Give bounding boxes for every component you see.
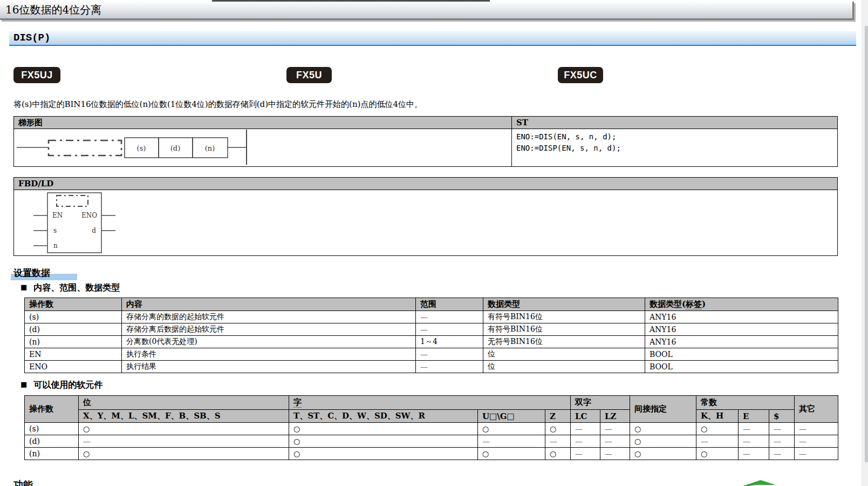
t1-row-d: (d) 存储分离后数据的起始软元件 — 有符号BIN16位 ANY16 xyxy=(25,323,838,336)
t2-header-word-label: 字 xyxy=(293,397,302,408)
t2-cell: (n) xyxy=(25,448,79,460)
square-bullet-icon: ■ xyxy=(20,283,27,291)
t1-cell: 1～4 xyxy=(416,336,483,348)
t2-cell: (s) xyxy=(25,423,79,435)
t2-cell: — xyxy=(571,435,600,448)
t2-cell: — xyxy=(478,435,545,448)
ladder-header-cell: 梯形图 xyxy=(14,117,512,129)
t2-cell: ○ xyxy=(630,448,696,460)
t2-cell: ○ xyxy=(630,423,696,435)
t1-cell: ENO xyxy=(25,361,122,373)
ladder-diagram-cell: (s) (d) (n) xyxy=(14,129,512,167)
instruction-name: DIS(P) xyxy=(9,31,856,45)
t1-header-dtype: 数据类型 xyxy=(483,298,645,311)
t2-cell: — xyxy=(696,435,739,448)
t1-header-dlabel-prefix: 数据类型( xyxy=(650,299,686,309)
t2-cell: — xyxy=(769,435,795,448)
t2-cell: ○ xyxy=(79,423,289,435)
fbd-pin-n: n xyxy=(53,242,58,249)
t2-row-s: (s) ○ ○ ○ ○ — — ○ ○ — — — xyxy=(25,423,838,435)
t2-cell: ○ xyxy=(478,448,545,460)
t2-cell: ○ xyxy=(630,435,696,448)
model-badge-fx5uj: FX5UJ xyxy=(13,67,60,83)
t2-subheader-lc: LC xyxy=(571,410,600,423)
t1-cell: (n) xyxy=(25,336,122,348)
page-title: 16位数据的4位分离 xyxy=(0,2,852,18)
fbd-pin-eno: ENO xyxy=(81,212,97,219)
next-section-title: 功能 xyxy=(13,478,33,486)
t1-cell: ANY16 xyxy=(645,323,838,336)
t1-header-dlabel-suffix: ) xyxy=(702,299,706,309)
t2-header-other: 其它 xyxy=(795,396,838,423)
t1-cell: BOOL xyxy=(645,361,838,373)
fbd-pin-d: d xyxy=(92,227,96,234)
model-badge-fx5u: FX5U xyxy=(286,67,332,83)
t1-header-dlabel-tag: 标签 xyxy=(686,299,702,309)
t2-row-d: (d) — ○ — — — — ○ — — — — xyxy=(25,435,838,448)
t1-row-s: (s) 存储分离的数据的起始软元件 — 有符号BIN16位 ANY16 xyxy=(25,311,838,323)
model-badge-fx5uc: FX5UC xyxy=(558,67,603,83)
t2-subheader-ug: U□\G□ xyxy=(478,410,545,423)
ladder-operand-s: (s) xyxy=(137,144,146,152)
t2-cell: — xyxy=(600,448,630,460)
fbd-header-cell: FBD/LD xyxy=(14,178,838,190)
st-header-cell: ST xyxy=(512,117,838,129)
subsection-label: 可以使用的软元件 xyxy=(33,380,102,390)
t2-cell: — xyxy=(571,448,600,460)
t2-subheader-bit-devices: X、Y、M、L、SM、F、B、SB、S xyxy=(79,410,289,423)
usable-devices-table: 操作数 位 字 双字 间接指定 常数 其它 X、Y、M、L、SM、F、B、SB、… xyxy=(24,395,838,460)
square-bullet-icon: ■ xyxy=(20,380,27,388)
t2-subheader-e: E xyxy=(739,410,769,423)
t2-cell: — xyxy=(739,448,769,460)
st-line-1: ENO:=DIS(EN, s, n, d); xyxy=(516,131,837,143)
st-line-2: ENO:=DISP(EN, s, n, d); xyxy=(516,143,837,154)
t2-cell: — xyxy=(769,448,795,460)
t1-cell: 位 xyxy=(483,348,645,361)
t1-cell: 位 xyxy=(483,361,645,373)
t1-cell: 有符号BIN16位 xyxy=(483,323,645,336)
t2-cell: — xyxy=(769,423,795,435)
t2-cell: — xyxy=(739,435,769,448)
t1-cell: ANY16 xyxy=(645,311,838,323)
t2-header-const: 常数 xyxy=(696,396,795,410)
t2-cell: ○ xyxy=(478,423,545,435)
t1-cell: 有符号BIN16位 xyxy=(483,311,645,323)
t2-cell: ○ xyxy=(289,435,478,448)
t2-cell: ○ xyxy=(289,448,478,460)
t1-cell: — xyxy=(416,361,483,373)
t2-header-operand: 操作数 xyxy=(25,396,79,423)
t1-cell: 分离数(0代表无处理) xyxy=(122,336,416,348)
t1-cell: — xyxy=(416,311,483,323)
t2-cell: — xyxy=(79,435,289,448)
t2-header-word: 字 xyxy=(289,396,571,410)
t2-cell: ○ xyxy=(545,448,571,460)
fbd-ld-table: FBD/LD EN s n ENO xyxy=(13,177,838,256)
t2-subheader-lz: LZ xyxy=(600,410,630,423)
ladder-operand-d: (d) xyxy=(170,144,180,152)
t1-cell: 执行结果 xyxy=(122,361,416,373)
t1-header-content: 内容 xyxy=(122,298,416,311)
scrollbar-thumb[interactable] xyxy=(865,26,868,462)
t2-subheader-z: Z xyxy=(545,410,571,423)
t1-cell: — xyxy=(416,323,483,336)
t1-cell: (d) xyxy=(25,323,122,336)
t1-cell: ANY16 xyxy=(645,336,838,348)
t2-subheader-kh: K、H xyxy=(696,410,739,423)
t2-cell: ○ xyxy=(79,448,289,460)
t2-cell: — xyxy=(545,435,571,448)
t1-cell: — xyxy=(416,348,483,361)
ladder-operand-n: (n) xyxy=(205,144,215,152)
fbd-block-diagram: EN s n ENO d xyxy=(14,190,835,254)
t1-cell: 无符号BIN16位 xyxy=(483,336,645,348)
t1-cell: (s) xyxy=(25,311,122,323)
t1-header-operand: 操作数 xyxy=(25,298,122,311)
manual-page: 16位数据的4位分离 DIS(P) FX5UJ FX5U FX5UC 将(s)中… xyxy=(0,0,868,486)
page-title-bar: 16位数据的4位分离 xyxy=(0,2,854,20)
t2-cell: — xyxy=(795,448,838,460)
t1-header-range: 范围 xyxy=(416,298,483,311)
badge-label: FX5U xyxy=(296,70,322,81)
t2-cell: ○ xyxy=(289,423,478,435)
t2-row-n: (n) ○ ○ ○ ○ — — ○ ○ — — — xyxy=(25,448,838,460)
t1-cell: 存储分离的数据的起始软元件 xyxy=(122,311,416,323)
ladder-diagram: (s) (d) (n) xyxy=(14,129,509,165)
